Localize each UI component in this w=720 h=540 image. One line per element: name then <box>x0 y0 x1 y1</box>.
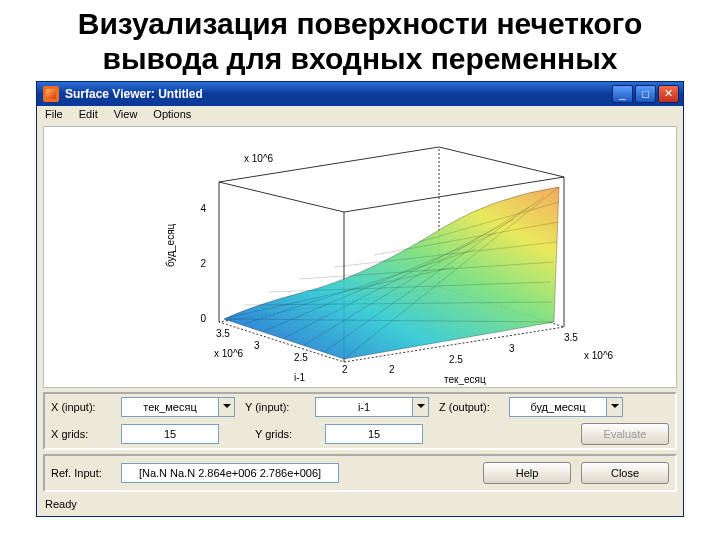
x-tick-2_5: 2.5 <box>449 354 463 365</box>
zoutput-value: буд_месяц <box>509 397 607 417</box>
chevron-down-icon <box>413 397 429 417</box>
help-button[interactable]: Help <box>483 462 571 484</box>
z-tick-0: 0 <box>200 313 206 324</box>
surface-plot[interactable]: 0 2 4 буд_есяц x 10^6 3.5 3 2.5 2 x 10^6… <box>43 126 677 388</box>
zoutput-label: Z (output): <box>439 401 499 413</box>
ygrids-input[interactable]: 15 <box>325 424 423 444</box>
zoutput-dropdown[interactable]: буд_месяц <box>509 397 623 417</box>
chevron-down-icon <box>219 397 235 417</box>
menu-view[interactable]: View <box>114 108 138 120</box>
maximize-button[interactable]: □ <box>635 85 656 103</box>
y-tick-3: 3 <box>254 340 260 351</box>
matlab-icon <box>43 86 59 102</box>
y-axis-label: тек_есяц <box>444 374 486 385</box>
x-axis-label: i-1 <box>294 372 306 383</box>
x-tick-3_5: 3.5 <box>564 332 578 343</box>
z-tick-4: 4 <box>200 203 206 214</box>
surface-plot-svg: 0 2 4 буд_есяц x 10^6 3.5 3 2.5 2 x 10^6… <box>44 127 677 388</box>
yinput-value: i-1 <box>315 397 413 417</box>
z-tick-2: 2 <box>200 258 206 269</box>
xinput-label: X (input): <box>51 401 111 413</box>
statusbar: Ready <box>37 496 683 516</box>
z-scale: x 10^6 <box>244 153 274 164</box>
xinput-value: тек_месяц <box>121 397 219 417</box>
x-tick-2: 2 <box>389 364 395 375</box>
z-axis-label: буд_есяц <box>165 223 176 267</box>
surface-viewer-window: Surface Viewer: Untitled _ □ ✕ File Edit… <box>36 81 684 517</box>
y-tick-2_5: 2.5 <box>294 352 308 363</box>
y-scale: x 10^6 <box>214 348 244 359</box>
ref-input-panel: Ref. Input: [Na.N Na.N 2.864e+006 2.786e… <box>43 454 677 492</box>
minimize-button[interactable]: _ <box>612 85 633 103</box>
yinput-dropdown[interactable]: i-1 <box>315 397 429 417</box>
evaluate-button[interactable]: Evaluate <box>581 423 669 445</box>
controls-panel: X (input): тек_месяц Y (input): i-1 Z (o… <box>43 392 677 450</box>
menu-options[interactable]: Options <box>153 108 191 120</box>
yinput-label: Y (input): <box>245 401 305 413</box>
menubar: File Edit View Options <box>37 106 683 122</box>
ygrids-label: Y grids: <box>255 428 315 440</box>
titlebar: Surface Viewer: Untitled _ □ ✕ <box>37 82 683 106</box>
close-button[interactable]: Close <box>581 462 669 484</box>
menu-edit[interactable]: Edit <box>79 108 98 120</box>
window-title: Surface Viewer: Untitled <box>65 87 612 101</box>
chevron-down-icon <box>607 397 623 417</box>
x-tick-3: 3 <box>509 343 515 354</box>
xgrids-input[interactable]: 15 <box>121 424 219 444</box>
x-scale: x 10^6 <box>584 350 614 361</box>
refinput-field[interactable]: [Na.N Na.N 2.864e+006 2.786e+006] <box>121 463 339 483</box>
refinput-label: Ref. Input: <box>51 467 111 479</box>
y-tick-3_5: 3.5 <box>216 328 230 339</box>
xinput-dropdown[interactable]: тек_месяц <box>121 397 235 417</box>
y-tick-2: 2 <box>342 364 348 375</box>
menu-file[interactable]: File <box>45 108 63 120</box>
slide-title: Визуализация поверхности нечеткого вывод… <box>0 0 720 81</box>
close-window-button[interactable]: ✕ <box>658 85 679 103</box>
xgrids-label: X grids: <box>51 428 111 440</box>
